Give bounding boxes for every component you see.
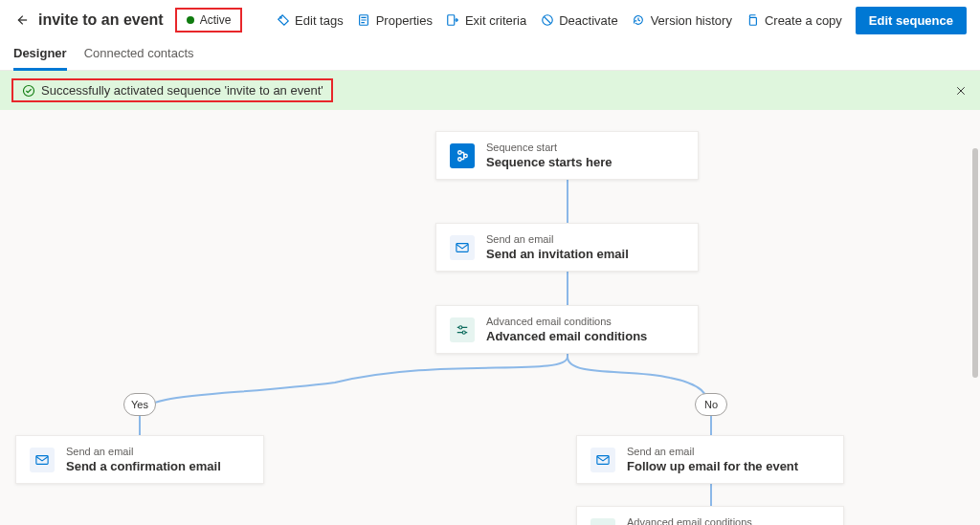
node-title: Sequence starts here [486, 155, 612, 169]
edit-sequence-label: Edit sequence [869, 13, 953, 28]
svg-point-0 [279, 17, 281, 19]
back-button[interactable] [13, 12, 29, 28]
svg-point-7 [458, 157, 462, 161]
node-send-invitation-email[interactable]: Send an email Send an invitation email [435, 223, 699, 272]
exit-criteria-label: Exit criteria [465, 13, 526, 28]
deactivate-button[interactable]: Deactivate [540, 13, 617, 28]
sequence-title: invite to an event [38, 11, 164, 29]
branch-yes-label: Yes [123, 393, 156, 416]
properties-icon [357, 13, 371, 28]
node-title: Send a confirmation email [66, 459, 221, 473]
node-send-confirmation-email[interactable]: Send an email Send a confirmation email [15, 435, 264, 484]
copy-icon [746, 13, 760, 28]
node-subtitle: Advanced email conditions [486, 316, 647, 327]
node-subtitle: Sequence start [486, 142, 612, 153]
node-subtitle: Advanced email conditions [627, 516, 788, 525]
deactivate-label: Deactivate [559, 13, 617, 28]
status-badge: Active [175, 8, 243, 33]
banner-message: Successfully activated sequence 'invite … [41, 83, 323, 98]
properties-button[interactable]: Properties [357, 13, 433, 28]
email-icon [30, 448, 55, 472]
create-copy-label: Create a copy [765, 13, 842, 28]
svg-rect-4 [750, 17, 757, 25]
node-subtitle: Send an email [486, 233, 629, 245]
email-icon [450, 235, 475, 260]
status-label: Active [200, 13, 232, 27]
node-subtitle: Send an email [627, 446, 798, 457]
exit-criteria-button[interactable]: Exit criteria [446, 13, 526, 28]
tab-designer[interactable]: Designer [13, 40, 67, 71]
start-icon [450, 143, 475, 168]
deactivate-icon [540, 13, 554, 28]
node-follow-up-email[interactable]: Send an email Follow up email for the ev… [576, 435, 844, 484]
svg-point-11 [462, 331, 465, 334]
tab-connected-contacts[interactable]: Connected contacts [84, 40, 194, 70]
node-advanced-conditions-1[interactable]: Advanced email conditions Advanced email… [435, 305, 699, 354]
node-subtitle: Send an email [66, 446, 221, 457]
close-icon [955, 85, 967, 97]
page-header: invite to an event Active Edit tags Prop… [0, 0, 980, 40]
svg-rect-13 [597, 455, 609, 464]
branch-no-label: No [695, 393, 727, 416]
arrow-left-icon [14, 13, 28, 27]
edit-tags-button[interactable]: Edit tags [276, 13, 344, 28]
node-advanced-conditions-2[interactable]: Advanced email conditions Advanced email… [576, 506, 844, 525]
node-sequence-start[interactable]: Sequence start Sequence starts here [435, 131, 699, 180]
svg-rect-12 [36, 455, 48, 464]
status-dot-icon [187, 16, 194, 24]
node-title: Follow up email for the event [627, 459, 798, 473]
edit-tags-label: Edit tags [295, 13, 344, 28]
version-history-label: Version history [651, 13, 732, 28]
edit-sequence-button[interactable]: Edit sequence [856, 7, 967, 34]
svg-rect-9 [457, 243, 468, 252]
email-icon [590, 448, 615, 472]
tab-bar: Designer Connected contacts [0, 40, 980, 71]
banner-close-button[interactable] [953, 83, 969, 98]
conditions-icon [590, 518, 615, 526]
exit-icon [446, 13, 460, 28]
properties-label: Properties [376, 13, 433, 28]
svg-rect-2 [448, 15, 455, 26]
toolbar: Edit tags Properties Exit criteria Deact… [276, 7, 967, 34]
svg-point-6 [458, 150, 462, 154]
tag-icon [276, 13, 290, 28]
node-title: Advanced email conditions [486, 329, 647, 343]
history-icon [632, 13, 646, 28]
svg-point-10 [459, 325, 462, 328]
version-history-button[interactable]: Version history [632, 13, 732, 28]
success-banner: Successfully activated sequence 'invite … [0, 71, 980, 110]
designer-canvas[interactable]: Yes No Sequence start Sequence starts he… [0, 110, 980, 525]
vertical-scrollbar[interactable] [972, 148, 978, 378]
create-copy-button[interactable]: Create a copy [746, 13, 842, 28]
node-title: Send an invitation email [486, 247, 629, 261]
conditions-icon [450, 317, 475, 342]
banner-highlight: Successfully activated sequence 'invite … [11, 78, 333, 102]
checkmark-circle-icon [21, 83, 35, 98]
svg-point-5 [23, 85, 33, 96]
